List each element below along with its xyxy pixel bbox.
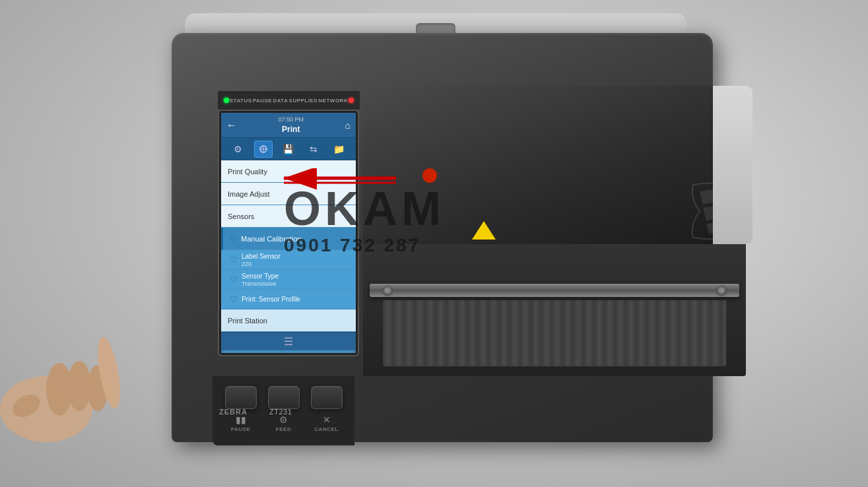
supplies-label: SUPPLIES xyxy=(289,98,318,104)
status-bar: STATUS PAUSE DATA SUPPLIES NETWORK xyxy=(218,91,360,110)
screen-time: 07:50 PM xyxy=(237,116,345,123)
hamburger-icon[interactable]: ☰ xyxy=(284,335,293,348)
screen-header: ← 07:50 PM Print ⌂ xyxy=(221,113,356,138)
cancel-text: CANCEL xyxy=(314,426,338,432)
favorite-icon-2: ♡ xyxy=(230,255,238,265)
toolbar-network-icon[interactable] xyxy=(254,141,273,158)
button-labels: ▮▮ PAUSE ⚙ FEED ✕ CANCEL xyxy=(219,414,348,432)
pause-icon: ▮▮ xyxy=(236,414,246,425)
menu-sensor-profile[interactable]: ♡ Print: Sensor Profile xyxy=(221,290,356,309)
model-label: ZT231 xyxy=(269,408,292,416)
feed-icon: ⚙ xyxy=(279,414,288,425)
hand-pointer xyxy=(0,277,185,462)
pause-label: PAUSE xyxy=(253,98,272,104)
favorite-icon-3: ♡ xyxy=(230,275,238,284)
brand-label: ZEBRA xyxy=(219,408,248,416)
cancel-icon: ✕ xyxy=(323,414,331,425)
screw-right xyxy=(717,286,726,295)
favorite-icon: ♡ xyxy=(230,234,237,244)
red-annotation-dot xyxy=(422,168,437,183)
printer-body: STATUS PAUSE DATA SUPPLIES NETWORK ← 07:… xyxy=(132,13,726,475)
paper-roller xyxy=(370,284,739,297)
feed-text: FEED xyxy=(276,426,291,432)
paper-roll xyxy=(383,300,726,366)
toolbar-settings-icon[interactable]: ⚙ xyxy=(228,141,247,158)
favorite-icon-4: ♡ xyxy=(230,295,238,304)
menu-label-sensor[interactable]: ♡ Label Sensor220 xyxy=(221,250,356,270)
network-label: NETWORK xyxy=(318,98,348,104)
cancel-label-group: ✕ CANCEL xyxy=(307,414,347,432)
cancel-button[interactable] xyxy=(311,386,343,409)
touchscreen[interactable]: ← 07:50 PM Print ⌂ ⚙ 💾 ⇆ 📁 P xyxy=(219,111,358,355)
feed-button[interactable] xyxy=(268,386,300,409)
printer-right-cover xyxy=(363,86,746,244)
screen-toolbar: ⚙ 💾 ⇆ 📁 xyxy=(221,138,356,160)
screen-title-area: 07:50 PM Print xyxy=(237,116,345,135)
status-led xyxy=(224,98,229,103)
button-row xyxy=(219,386,348,409)
feed-label-group: ⚙ FEED xyxy=(264,414,304,432)
menu-print-station[interactable]: Print Station xyxy=(221,309,356,332)
back-button[interactable]: ← xyxy=(226,119,237,131)
network-led xyxy=(349,98,354,103)
printer-right-panel xyxy=(713,86,752,244)
pause-button[interactable] xyxy=(225,386,257,409)
toolbar-arrows-icon[interactable]: ⇆ xyxy=(304,141,323,158)
toolbar-save-icon[interactable]: 💾 xyxy=(279,141,298,158)
screw-left xyxy=(383,286,392,295)
menu-sensors[interactable]: Sensors xyxy=(221,205,356,228)
screen-bottom-bar: ☰ xyxy=(221,332,356,350)
red-arrow-annotation xyxy=(264,168,409,204)
pause-label-group: ▮▮ PAUSE xyxy=(221,414,261,432)
menu-sensor-type[interactable]: ♡ Sensor TypeTransmissive xyxy=(221,270,356,290)
pause-text: PAUSE xyxy=(231,426,250,432)
data-label: DATA xyxy=(273,98,288,104)
home-button[interactable]: ⌂ xyxy=(345,120,351,131)
printer-chassis: STATUS PAUSE DATA SUPPLIES NETWORK ← 07:… xyxy=(172,33,713,442)
toolbar-folder-icon[interactable]: 📁 xyxy=(330,141,349,158)
screen-title: Print xyxy=(282,125,300,134)
status-label: STATUS xyxy=(230,98,252,104)
menu-manual-calibration[interactable]: ♡ Manual Calibration xyxy=(221,228,356,250)
